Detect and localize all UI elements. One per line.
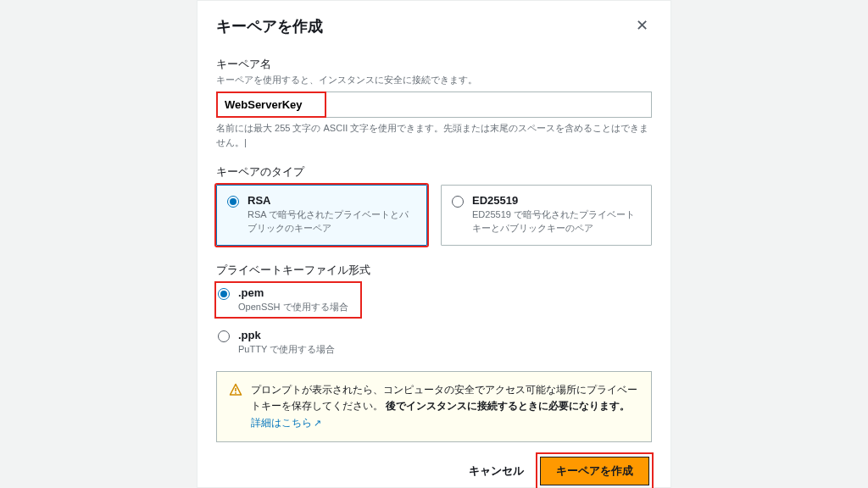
type-ed25519-title: ED25519 <box>472 194 641 207</box>
close-icon[interactable]: ✕ <box>632 16 652 35</box>
alert-text: プロンプトが表示されたら、コンピュータの安全でアクセス可能な場所にプライベートキ… <box>251 382 639 431</box>
type-ed25519-desc: ED25519 で暗号化されたプライベートキーとパブリックキーのペア <box>472 208 641 235</box>
keypair-type-ed25519[interactable]: ED25519 ED25519 で暗号化されたプライベートキーとパブリックキーの… <box>441 185 652 246</box>
keypair-name-label: キーペア名 <box>216 57 652 72</box>
keypair-name-section: キーペア名 キーペアを使用すると、インスタンスに安全に接続できます。 名前には最… <box>216 57 652 149</box>
radio-icon <box>218 330 230 342</box>
radio-icon <box>227 196 239 208</box>
format-pem-desc: OpenSSH で使用する場合 <box>238 301 348 313</box>
create-keypair-button[interactable]: キーペアを作成 <box>540 457 649 485</box>
radio-icon <box>218 288 230 300</box>
download-warning-alert: プロンプトが表示されたら、コンピュータの安全でアクセス可能な場所にプライベートキ… <box>216 371 652 442</box>
learn-more-link[interactable]: 詳細はこちら↗ <box>251 417 321 429</box>
cancel-button[interactable]: キャンセル <box>465 457 527 485</box>
keypair-type-label: キーペアのタイプ <box>216 164 652 180</box>
modal-header: キーペアを作成 ✕ <box>216 16 652 36</box>
learn-more-label: 詳細はこちら <box>251 417 312 429</box>
create-button-highlight: キーペアを作成 <box>537 454 652 488</box>
keypair-name-input-extent[interactable] <box>326 92 652 118</box>
format-pem-title: .pem <box>238 286 348 299</box>
keypair-name-highlight <box>216 92 326 118</box>
key-format-label: プライベートキーファイル形式 <box>216 263 652 278</box>
keypair-name-desc: キーペアを使用すると、インスタンスに安全に接続できます。 <box>216 74 652 86</box>
create-keypair-modal: キーペアを作成 ✕ キーペア名 キーペアを使用すると、インスタンスに安全に接続で… <box>197 0 671 488</box>
keypair-type-rsa[interactable]: RSA RSA で暗号化されたプライベートとパブリックのキーペア <box>216 185 427 246</box>
radio-icon <box>452 196 464 208</box>
type-rsa-desc: RSA で暗号化されたプライベートとパブリックのキーペア <box>248 208 416 235</box>
modal-footer: キャンセル キーペアを作成 <box>216 454 652 488</box>
alert-text-bold: 後でインスタンスに接続するときに必要になります。 <box>386 400 630 412</box>
format-pem[interactable]: .pem OpenSSH で使用する場合 <box>216 283 360 317</box>
keypair-type-section: キーペアのタイプ RSA RSA で暗号化されたプライベートとパブリックのキーペ… <box>216 164 652 246</box>
svg-point-1 <box>235 392 236 394</box>
warning-icon <box>229 383 242 396</box>
format-ppk[interactable]: .ppk PuTTY で使用する場合 <box>216 325 652 359</box>
type-rsa-title: RSA <box>248 194 416 207</box>
external-link-icon: ↗ <box>314 418 321 428</box>
format-ppk-title: .ppk <box>238 329 335 341</box>
keypair-name-helper: 名前には最大 255 文字の ASCII 文字を使用できます。先頭または末尾のス… <box>216 121 652 149</box>
modal-title: キーペアを作成 <box>216 16 323 36</box>
key-format-section: プライベートキーファイル形式 .pem OpenSSH で使用する場合 .ppk… <box>216 263 652 359</box>
keypair-name-input[interactable] <box>218 93 325 116</box>
format-ppk-desc: PuTTY で使用する場合 <box>238 343 335 356</box>
